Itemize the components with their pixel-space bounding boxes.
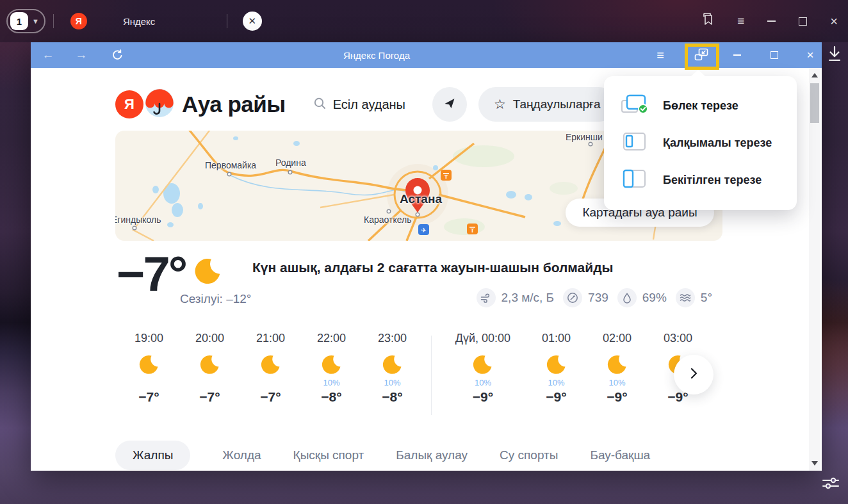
geolocation-button[interactable] xyxy=(432,87,467,122)
highlight-annotation-box xyxy=(685,44,719,70)
window-minimize-button[interactable] xyxy=(767,20,776,22)
hour-time: Дүй, 00:00 xyxy=(455,332,510,345)
menu-item-pinned-window[interactable]: Бекітілген терезе xyxy=(604,161,797,199)
favorites-label: Таңдаулыларға xyxy=(513,97,601,111)
precip-chance: 10% xyxy=(608,378,625,389)
wind-metric: 2,3 м/с, Б xyxy=(477,288,555,307)
hour-temp: −9° xyxy=(607,389,627,405)
window-maximize-button[interactable] xyxy=(799,17,807,26)
location-arrow-icon xyxy=(443,97,456,112)
map-place-label: Еркинши xyxy=(566,132,603,142)
category-tab[interactable]: Қысқы спорт xyxy=(293,441,364,470)
hour-temp: −7° xyxy=(138,389,159,405)
menu-item-label: Қалқымалы терезе xyxy=(663,136,772,150)
category-tab[interactable]: Жалпы xyxy=(115,441,190,470)
hourly-column: 23:00 10% −8° xyxy=(362,332,423,416)
moon-icon xyxy=(138,353,160,377)
hourly-column: 01:00 10% −9° xyxy=(526,332,587,416)
condition-text: Күн ашық, алдағы 2 сағатта жауын-шашын б… xyxy=(252,260,613,275)
precip-chance: 10% xyxy=(323,378,339,389)
map-city-label: Астана xyxy=(400,192,442,206)
divider xyxy=(227,14,227,28)
scroll-up-arrow[interactable] xyxy=(811,73,818,77)
download-icon[interactable] xyxy=(826,45,843,65)
desktop-wallpaper: 1 ▼ Я Яндекс ✕ ≡ × xyxy=(0,0,848,504)
settings-sliders-icon[interactable] xyxy=(821,475,840,494)
app-close-button[interactable]: × xyxy=(799,42,821,68)
search-input[interactable]: Есіл ауданы xyxy=(314,97,405,112)
pressure-metric: 739 xyxy=(563,288,608,307)
precip-chance: 10% xyxy=(384,378,400,389)
tab-title[interactable]: Яндекс xyxy=(123,16,219,27)
category-tabs: Жалпы Жолда Қысқы спорт Балық аулау Су с… xyxy=(115,441,722,470)
browser-tab-bar: 1 ▼ Я Яндекс ✕ ≡ × xyxy=(0,0,848,42)
tab-group-control[interactable]: 1 ▼ xyxy=(6,9,45,33)
moon-icon xyxy=(260,353,282,377)
divider xyxy=(53,14,54,28)
wind-icon xyxy=(477,288,496,307)
moon-icon xyxy=(546,353,567,377)
hourly-column: 21:00 −7° xyxy=(240,332,301,416)
map-place-label: Караоткель xyxy=(364,215,411,225)
hour-time: 02:00 xyxy=(603,332,632,345)
umbrella-logo-icon[interactable] xyxy=(145,89,174,120)
moon-icon xyxy=(321,353,343,377)
yandex-favicon: Я xyxy=(70,13,87,29)
yandex-logo-icon[interactable]: Я xyxy=(115,90,143,118)
svg-text:Т: Т xyxy=(444,174,448,180)
hourly-column: 19:00 −7° xyxy=(118,332,179,416)
hour-temp: −9° xyxy=(546,389,566,405)
bookmarks-panel-icon[interactable] xyxy=(701,13,714,29)
category-tab[interactable]: Бау-бақша xyxy=(590,441,650,470)
app-maximize-button[interactable] xyxy=(763,42,785,68)
next-hours-button[interactable] xyxy=(674,355,713,394)
moon-icon xyxy=(199,353,221,377)
hour-time: 03:00 xyxy=(664,332,692,345)
menu-item-floating-window[interactable]: Қалқымалы терезе xyxy=(604,124,797,161)
water-waves-icon xyxy=(676,288,695,307)
tab-group-count-badge: 1 xyxy=(10,12,28,30)
humidity-metric: 69% xyxy=(617,288,667,307)
hourly-forecast[interactable]: 19:00 −7° 20:00 xyxy=(115,332,722,416)
menu-item-label: Бекітілген терезе xyxy=(663,174,762,187)
search-icon xyxy=(314,97,326,112)
page-title[interactable]: Ауа райы xyxy=(182,92,286,117)
category-tab[interactable]: Балық аулау xyxy=(396,441,468,470)
weather-metrics: 2,3 м/с, Б 739 xyxy=(477,288,712,307)
map-place-label: Егиндыколь xyxy=(115,215,161,225)
search-value[interactable]: Есіл ауданы xyxy=(333,97,405,112)
scroll-down-arrow[interactable] xyxy=(811,461,818,466)
current-conditions: −7° Күн ашық, алдағы 2 сағатта жауын-шаш… xyxy=(115,251,722,318)
close-tab-button[interactable]: ✕ xyxy=(243,12,262,31)
svg-text:✈: ✈ xyxy=(421,227,426,234)
hourly-column: Дүй, 00:00 10% −9° xyxy=(441,332,525,416)
current-temperature: −7° xyxy=(117,246,186,302)
hour-temp: −8° xyxy=(321,389,341,405)
favorites-button[interactable]: ☆ Таңдаулыларға xyxy=(478,87,616,122)
moon-icon xyxy=(382,353,404,377)
hour-time: 23:00 xyxy=(378,332,407,345)
chevron-down-icon[interactable]: ▼ xyxy=(32,17,39,25)
floating-window-icon xyxy=(621,131,648,154)
browser-menu-icon[interactable]: ≡ xyxy=(737,14,744,28)
window-close-button[interactable]: × xyxy=(830,15,838,28)
hourly-column: 20:00 −7° xyxy=(179,332,240,416)
hour-temp: −9° xyxy=(473,389,493,405)
hour-time: 01:00 xyxy=(542,332,571,345)
category-tab[interactable]: Жолда xyxy=(222,441,261,470)
menu-item-separate-window[interactable]: Бөлек терезе xyxy=(604,87,797,124)
hour-time: 19:00 xyxy=(135,332,163,345)
precip-chance: 10% xyxy=(475,378,491,389)
hourly-column: 22:00 10% −8° xyxy=(301,332,362,416)
feels-like-text: Сезілуі: –12° xyxy=(180,292,251,306)
category-tab[interactable]: Су спорты xyxy=(500,441,558,470)
app-menu-icon[interactable]: ≡ xyxy=(649,42,671,68)
scrollbar-thumb[interactable] xyxy=(810,83,819,123)
moon-icon xyxy=(472,353,494,377)
moon-icon xyxy=(607,353,628,377)
app-minimize-button[interactable] xyxy=(726,42,748,68)
precip-chance: 10% xyxy=(548,378,564,389)
hour-temp: −7° xyxy=(260,389,281,405)
map-place-label: Родина xyxy=(275,158,306,168)
page-scrollbar[interactable] xyxy=(809,68,820,471)
